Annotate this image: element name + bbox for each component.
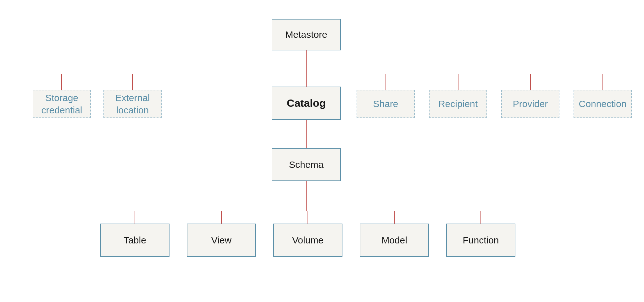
node-storage_credential: Storage credential [33,90,91,118]
node-metastore: Metastore [272,19,341,50]
node-view: View [187,224,256,257]
node-external_location: External location [103,90,162,118]
node-connection: Connection [574,90,632,118]
node-share: Share [357,90,415,118]
node-table: Table [100,224,169,257]
node-schema: Schema [272,148,341,181]
node-function: Function [446,224,515,257]
node-model: Model [360,224,429,257]
node-provider: Provider [501,90,559,118]
node-volume: Volume [273,224,342,257]
node-recipient: Recipient [429,90,487,118]
diagram: MetastoreCatalogSchemaStorage credential… [23,13,621,290]
node-catalog: Catalog [272,87,341,120]
